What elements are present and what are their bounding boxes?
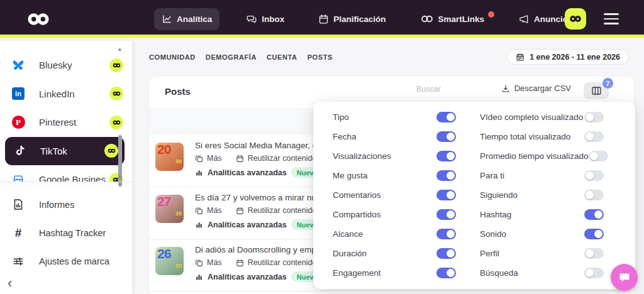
column-toggle[interactable] [584, 112, 604, 122]
column-toggle-row: Tipo [313, 107, 474, 127]
advanced-analytics-label: Analíticas avanzadas [208, 168, 287, 177]
column-toggle-row: Hashtag [474, 205, 635, 224]
calendar-icon [318, 14, 329, 24]
reuse-content-button[interactable]: Reutilizar contenido [236, 258, 317, 267]
date-range-picker[interactable]: 1 ene 2026 - 11 ene 2026 [507, 49, 629, 65]
download-csv-button[interactable]: Descargar CSV [501, 84, 571, 93]
column-toggle[interactable] [584, 190, 604, 200]
column-toggle[interactable] [584, 268, 604, 278]
column-toggle[interactable] [436, 170, 456, 181]
column-toggle-label: Perfil [480, 249, 499, 258]
sliders-icon [10, 256, 26, 267]
sidebar-item-google-business[interactable]: Google Busines [0, 165, 132, 182]
column-toggle[interactable] [436, 151, 456, 161]
toggle-knob [447, 172, 455, 180]
notification-dot [488, 11, 494, 18]
more-button[interactable]: Más [195, 206, 222, 215]
search-input[interactable] [416, 85, 511, 94]
more-label: Más [207, 258, 222, 267]
column-toggle-label: Hashtag [480, 210, 511, 219]
sidebar-item-bluesky[interactable]: Bluesky [0, 51, 132, 80]
brand-avatar[interactable] [565, 8, 586, 30]
column-toggle[interactable] [584, 229, 604, 239]
column-toggle[interactable] [436, 190, 456, 200]
more-button[interactable]: Más [195, 258, 222, 267]
menu-hamburger-icon[interactable] [604, 13, 619, 24]
column-toggle-label: Tiempo total visualizado [480, 132, 570, 141]
scroll-down-icon[interactable]: ▼ [117, 174, 123, 180]
metricool-logo[interactable] [26, 13, 50, 26]
toggle-knob [586, 269, 594, 277]
tab-demografia[interactable]: DEMOGRAFÍA [206, 50, 257, 65]
column-toggle[interactable] [584, 170, 604, 181]
thumbnail-number: 20 [157, 143, 170, 157]
column-toggle[interactable] [584, 131, 604, 142]
toggle-knob [447, 230, 455, 238]
tiktok-icon [11, 145, 28, 157]
column-toggle[interactable] [584, 209, 604, 220]
toggle-knob [447, 269, 455, 277]
toggle-knob [447, 191, 455, 199]
network-label: Google Busines [39, 174, 109, 182]
reuse-content-button[interactable]: Reutilizar contenido [236, 154, 317, 163]
toggle-knob [447, 152, 455, 160]
toggle-knob [594, 210, 602, 219]
sidebar-item-ajustes-de-marca[interactable]: Ajustes de marca [0, 247, 132, 275]
network-label: Pinterest [39, 117, 109, 128]
smartlinks-chain-icon [420, 14, 434, 23]
navbar-right-cluster [565, 0, 619, 38]
menu-label: Ajustes de marca [39, 256, 109, 266]
column-toggle[interactable] [436, 209, 456, 220]
thumbnail-corner-number: 30 [175, 158, 182, 165]
column-toggle-row: Fecha [313, 127, 474, 146]
toggle-knob [586, 133, 594, 141]
column-toggle[interactable] [436, 131, 456, 142]
sidebar-item-pinterest[interactable]: P Pinterest [0, 108, 132, 137]
column-toggle-row: Engagement [313, 263, 474, 283]
tab-comunidad[interactable]: COMUNIDAD [149, 50, 196, 65]
sidebar-item-linkedin[interactable]: in LinkedIn [0, 80, 132, 109]
calendar-icon [236, 155, 244, 163]
tab-label: Inbox [262, 14, 284, 24]
menu-label: Hashtag Tracker [39, 228, 106, 238]
sidebar-item-tiktok[interactable]: TikTok [5, 137, 125, 166]
column-toggle-label: Búsqueda [480, 268, 518, 278]
analytics-subnav: COMUNIDAD DEMOGRAFÍA CUENTA POSTS [149, 50, 333, 65]
toggle-knob [586, 172, 594, 180]
column-toggle[interactable] [436, 268, 456, 278]
column-toggle[interactable] [589, 151, 608, 161]
column-toggle-label: Comentarios [333, 190, 381, 200]
column-toggle-row: Comentarios [313, 185, 474, 205]
post-thumbnail: 26 30 [155, 247, 184, 275]
columns-count-badge: 7 [602, 78, 613, 89]
column-toggle[interactable] [436, 229, 456, 239]
connected-badge [109, 58, 123, 72]
chat-support-button[interactable] [611, 264, 638, 291]
main-nav-tabs: Analítica Inbox Planificación SmartL [154, 0, 580, 38]
toggle-knob [447, 113, 455, 121]
tab-cuenta[interactable]: CUENTA [267, 50, 297, 65]
sidebar-item-hashtag-tracker[interactable]: # Hashtag Tracker [0, 219, 132, 247]
thumbnail-number: 26 [157, 247, 170, 261]
column-toggle[interactable] [436, 248, 456, 259]
tab-smartlinks[interactable]: SmartLinks [413, 9, 492, 30]
tab-inbox[interactable]: Inbox [238, 8, 292, 30]
column-toggle[interactable] [436, 112, 456, 122]
sidebar-collapse-chevron[interactable]: ‹ [8, 276, 12, 290]
toggle-knob [586, 249, 594, 258]
more-label: Más [207, 154, 222, 163]
reuse-content-button[interactable]: Reutilizar contenido [236, 206, 317, 215]
tab-label: Analítica [177, 14, 212, 24]
megaphone-icon [518, 14, 530, 24]
column-toggle[interactable] [584, 248, 604, 259]
tab-posts[interactable]: POSTS [308, 50, 333, 65]
tab-analitica[interactable]: Analítica [154, 8, 219, 30]
reuse-label: Reutilizar contenido [248, 206, 317, 215]
tab-planificacion[interactable]: Planificación [311, 8, 393, 30]
column-toggle-label: Alcance [333, 229, 363, 239]
network-label: TikTok [40, 146, 104, 156]
download-csv-label: Descargar CSV [514, 84, 571, 93]
sidebar-item-informes[interactable]: Informes [0, 190, 132, 219]
more-button[interactable]: Más [195, 154, 222, 163]
column-toggle-label: Sonido [480, 229, 506, 239]
